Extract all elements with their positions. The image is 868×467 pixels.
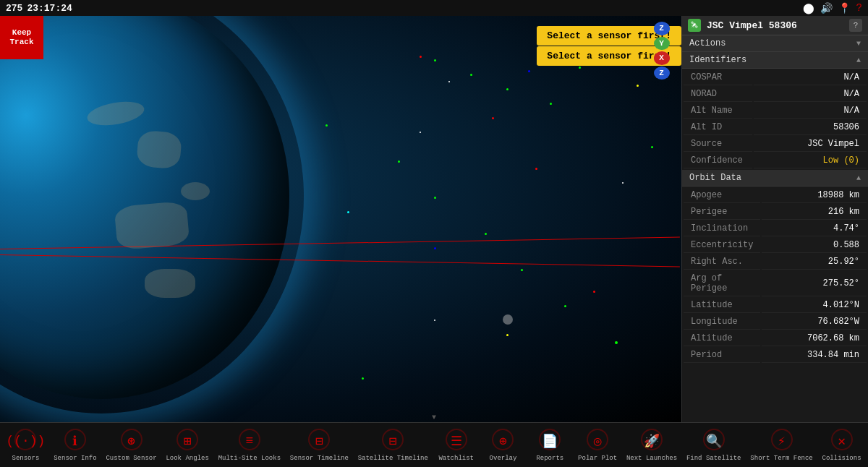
- sat-icon: 🛰: [688, 19, 701, 32]
- pin-icon[interactable]: 📍: [838, 2, 851, 14]
- sensors-icon: ((·)): [6, 434, 45, 448]
- orbit-row: Right Asc. 25.92°: [684, 254, 867, 270]
- scroll-handle[interactable]: ▼: [427, 414, 441, 421]
- orbit-key: Right Asc.: [684, 254, 760, 270]
- sat-dot: [521, 269, 523, 271]
- tool-icon-wrap: ⊟: [380, 429, 406, 453]
- tool-btn-overlay[interactable]: ⊕ Overlay: [484, 429, 522, 462]
- tool-label-custom-sensor: Custom Sensor: [106, 455, 156, 462]
- actions-label: Actions: [689, 38, 726, 48]
- id-key: Alt ID: [684, 120, 752, 135]
- panel-header: 🛰 JSC Vimpel 58306 ?: [682, 16, 868, 35]
- sat-dot: [434, 320, 435, 321]
- tool-label-next-launches: Next Launches: [626, 455, 677, 462]
- orbit-section-header[interactable]: Orbit Data ▲: [682, 170, 868, 187]
- app-logo: Keep Track: [0, 16, 43, 59]
- orbit-chevron: ▲: [856, 174, 861, 182]
- tool-btn-multi-site[interactable]: ≡ Multi-Site Looks: [218, 429, 281, 462]
- tool-btn-collisions[interactable]: ✕ Collisions: [822, 429, 861, 462]
- actions-section-header[interactable]: Actions ▼: [682, 35, 868, 52]
- sat-dot: [615, 341, 618, 344]
- tool-icon-wrap: ℹ: [62, 429, 88, 453]
- tool-icon-wrap: 🔍: [701, 429, 727, 453]
- overlay-icon: ⊕: [499, 433, 507, 449]
- tool-label-sensor-timeline: Sensor Timeline: [290, 455, 349, 462]
- datetime-display: 275 23:17:24: [0, 3, 72, 14]
- tool-icon-wrap: ☰: [443, 429, 469, 453]
- id-key: Source: [684, 137, 752, 152]
- globe-viewport[interactable]: [0, 16, 681, 422]
- tool-btn-sensors[interactable]: ((·)) Sensors: [7, 429, 44, 462]
- sat-dot: [420, 132, 421, 133]
- tool-icon-wrap: 🚀: [639, 429, 665, 453]
- orbit-value: 4.74°: [762, 221, 867, 236]
- sensor-info-icon: ℹ: [72, 433, 77, 449]
- topbar-icons: ⬤ 🔊 📍 ?: [803, 2, 868, 14]
- orbit-row: Latitude 4.012°N: [684, 298, 867, 313]
- axis-y: Y: [654, 37, 670, 51]
- id-value: N/A: [754, 87, 867, 102]
- tool-btn-find-satellite[interactable]: 🔍 Find Satellite: [686, 429, 741, 462]
- orbit-value: 4.012°N: [762, 298, 867, 313]
- tool-btn-short-term[interactable]: ⚡ Short Term Fence: [750, 429, 812, 462]
- day-counter: 275: [6, 3, 22, 14]
- tool-icon-wrap: ≡: [237, 429, 263, 453]
- tool-btn-sat-timeline[interactable]: ⊟ Satellite Timeline: [358, 429, 428, 462]
- tool-label-polar-plot: Polar Plot: [578, 455, 617, 462]
- tool-btn-reports[interactable]: 📄 Reports: [531, 429, 569, 462]
- tool-label-reports: Reports: [536, 455, 563, 462]
- orbit-key: Altitude: [684, 331, 760, 346]
- sat-dot: [564, 305, 566, 307]
- tool-icon-wrap: ⊟: [306, 429, 332, 453]
- watchlist-icon: ☰: [451, 433, 462, 449]
- orbit-key: Inclination: [684, 221, 760, 236]
- orbit-value: 25.92°: [762, 254, 867, 270]
- orbit-key: Perigee: [684, 205, 760, 220]
- tool-label-sensor-info: Sensor Info: [54, 455, 96, 462]
- tool-btn-custom-sensor[interactable]: ⊛ Custom Sensor: [106, 429, 156, 462]
- orbit-key: Eccentricity: [684, 238, 760, 253]
- sat-dot: [398, 160, 400, 163]
- moon-object: [503, 314, 513, 325]
- next-launches-icon: 🚀: [644, 433, 660, 449]
- sat-dot: [535, 168, 537, 170]
- sat-dot: [347, 211, 349, 213]
- help-icon[interactable]: ?: [856, 2, 862, 14]
- identifiers-chevron: ▲: [856, 56, 861, 64]
- identifiers-section-header[interactable]: Identifiers ▲: [682, 52, 868, 69]
- sat-timeline-icon: ⊟: [389, 433, 397, 449]
- bottom-toolbar: ((·)) Sensors ℹ Sensor Info ⊛ Custom Sen…: [0, 422, 868, 467]
- orbit-key: Longitude: [684, 314, 760, 330]
- axis-widget: Z Y X Z: [649, 22, 674, 80]
- orbit-row: Period 334.84 min: [684, 348, 867, 363]
- sat-dot: [506, 88, 509, 90]
- orbit-row: Altitude 7062.68 km: [684, 331, 867, 346]
- find-satellite-icon: 🔍: [706, 433, 722, 449]
- orbit-value: 334.84 min: [762, 348, 867, 363]
- tool-icon-wrap: ⊞: [174, 429, 200, 453]
- identifier-row: NORAD N/A: [684, 87, 867, 102]
- tool-icon-wrap: ⊛: [119, 429, 145, 453]
- panel-help-button[interactable]: ?: [849, 19, 862, 32]
- sat-dot: [448, 81, 450, 82]
- sound-icon[interactable]: 🔊: [820, 2, 833, 14]
- tool-btn-look-angles[interactable]: ⊞ Look Angles: [166, 429, 208, 462]
- github-icon[interactable]: ⬤: [803, 2, 814, 14]
- id-value: Low (0): [754, 153, 867, 168]
- tool-btn-sensor-info[interactable]: ℹ Sensor Info: [54, 429, 96, 462]
- tool-btn-watchlist[interactable]: ☰ Watchlist: [438, 429, 475, 462]
- id-value: N/A: [754, 70, 867, 85]
- orbit-key: Apogee: [684, 188, 760, 203]
- sat-dot: [420, 56, 422, 58]
- tool-label-multi-site: Multi-Site Looks: [218, 455, 281, 462]
- id-value: JSC Vimpel: [754, 137, 867, 152]
- tool-btn-next-launches[interactable]: 🚀 Next Launches: [626, 429, 677, 462]
- tool-btn-polar-plot[interactable]: ◎ Polar Plot: [578, 429, 617, 462]
- tool-icon-wrap: 📄: [537, 429, 563, 453]
- tool-btn-sensor-timeline[interactable]: ⊟ Sensor Timeline: [290, 429, 349, 462]
- tool-label-sensors: Sensors: [12, 455, 39, 462]
- orbit-row: Arg of Perigee 275.52°: [684, 271, 867, 296]
- actions-chevron: ▼: [856, 40, 861, 48]
- orbit-key: Period: [684, 348, 760, 363]
- sat-dot: [622, 182, 624, 184]
